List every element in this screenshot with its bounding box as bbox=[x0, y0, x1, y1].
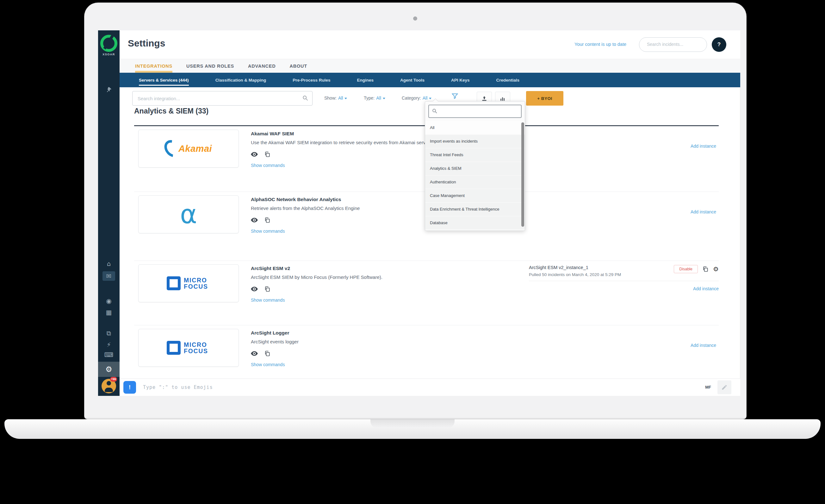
alphasoc-logo: α bbox=[138, 195, 239, 233]
integration-info: ArcSight ESM v2 ArcSight ESM SIEM by Mic… bbox=[251, 264, 382, 303]
integration-description: Retrieve alerts from the AlphaSOC Analyt… bbox=[251, 205, 360, 212]
caret-down-icon bbox=[383, 98, 385, 99]
integration-description: Use the Akamai WAF SIEM integration to r… bbox=[251, 139, 433, 146]
integration-row-arcsight-esm: MICROFOCUS ArcSight ESM v2 ArcSight ESM … bbox=[134, 264, 719, 303]
search-incidents-field[interactable] bbox=[639, 37, 707, 52]
instance-settings-icon[interactable]: ⚙ bbox=[713, 265, 719, 273]
instance-divider bbox=[529, 281, 719, 281]
add-instance-link[interactable]: Add instance bbox=[690, 144, 716, 149]
keyboard-icon[interactable]: ⌨ bbox=[98, 352, 120, 358]
subtab-engines[interactable]: Engines bbox=[357, 73, 374, 87]
akamai-logo: Akamai bbox=[138, 130, 239, 168]
upload-icon bbox=[481, 95, 487, 102]
integration-description: ArcSight ESM SIEM by Micro Focus (Former… bbox=[251, 274, 382, 281]
copy-icon[interactable] bbox=[264, 350, 271, 357]
dropdown-option-authentication[interactable]: Authentication bbox=[425, 175, 525, 189]
settings-tabs: INTEGRATIONS USERS AND ROLES ADVANCED AB… bbox=[120, 59, 740, 73]
type-filter[interactable]: Type:All bbox=[364, 95, 385, 100]
help-button[interactable]: ? bbox=[712, 37, 726, 52]
subtab-agent-tools[interactable]: Agent Tools bbox=[400, 73, 425, 87]
integration-name: AlphaSOC Network Behavior Analytics bbox=[251, 197, 360, 202]
dropdown-search-field[interactable] bbox=[428, 105, 522, 118]
dropdown-option-data-enrichment[interactable]: Data Enrichment & Threat Intelligence bbox=[425, 203, 525, 216]
pencil-icon bbox=[721, 384, 728, 391]
microfocus-word-2: FOCUS bbox=[184, 283, 208, 290]
dropdown-search-input[interactable] bbox=[440, 106, 522, 116]
add-instance-link[interactable]: Add instance bbox=[690, 343, 716, 348]
microfocus-logo: MICROFOCUS bbox=[138, 329, 239, 367]
subtab-credentials[interactable]: Credentials bbox=[496, 73, 520, 87]
copy-icon[interactable] bbox=[264, 217, 271, 223]
instance-name: ArcSight ESM v2_instance_1 bbox=[529, 265, 621, 270]
search-incidents-input[interactable] bbox=[646, 41, 701, 47]
home-icon[interactable]: ⌂ bbox=[98, 261, 120, 267]
microfocus-word-2: FOCUS bbox=[184, 347, 208, 354]
content-status-link[interactable]: Your content is up to date bbox=[575, 42, 626, 47]
dropdown-option-analytics-siem[interactable]: Analytics & SIEM bbox=[425, 162, 525, 175]
inbox-icon[interactable]: ✉ bbox=[98, 271, 120, 281]
show-commands-link[interactable]: Show commands bbox=[251, 229, 360, 234]
xsoar-app-window: XSOAR ⌂ ✉ ◉ ▦ ⧉ ⚡ ⌨ ⚙ +99 Settings bbox=[98, 30, 740, 396]
pin-icon[interactable] bbox=[98, 87, 120, 93]
show-filter[interactable]: Show:All bbox=[324, 95, 347, 100]
automation-icon[interactable]: ⚡ bbox=[98, 341, 120, 348]
webcam bbox=[413, 16, 417, 20]
instance-status: Pulled 50 incidents on March 4, 2020 at … bbox=[529, 272, 621, 277]
dropdown-option-threat-intel-feeds[interactable]: Threat Intel Feeds bbox=[425, 148, 525, 162]
xsoar-logo-icon bbox=[100, 35, 118, 52]
copy-icon[interactable] bbox=[264, 151, 271, 158]
disable-instance-button[interactable]: Disable bbox=[674, 265, 698, 273]
subtab-servers-services[interactable]: Servers & Services (444) bbox=[139, 73, 189, 87]
eye-icon[interactable] bbox=[251, 218, 258, 223]
chat-bar: ! MF bbox=[120, 379, 740, 396]
category-filter[interactable]: Category:All bbox=[402, 95, 432, 100]
filter-funnel-icon[interactable] bbox=[451, 93, 458, 100]
copy-icon[interactable] bbox=[264, 286, 271, 292]
caret-down-icon bbox=[345, 98, 347, 99]
chat-shortcut-label: MF bbox=[705, 385, 711, 390]
incidents-icon[interactable]: ◉ bbox=[98, 298, 120, 304]
chat-input[interactable] bbox=[142, 379, 618, 396]
sidebar: XSOAR ⌂ ✉ ◉ ▦ ⧉ ⚡ ⌨ ⚙ +99 bbox=[98, 30, 120, 396]
caret-down-icon bbox=[429, 98, 432, 99]
edit-button[interactable] bbox=[718, 381, 731, 394]
laptop-base bbox=[4, 419, 821, 439]
show-commands-link[interactable]: Show commands bbox=[251, 163, 433, 168]
integration-name: Akamai WAF SIEM bbox=[251, 131, 433, 137]
search-integration-input[interactable] bbox=[137, 93, 296, 103]
dropdown-option-all[interactable]: All bbox=[425, 121, 525, 135]
subtab-classification-mapping[interactable]: Classification & Mapping bbox=[215, 73, 267, 87]
chat-alert-button[interactable]: ! bbox=[123, 381, 136, 394]
xsoar-logo[interactable]: XSOAR bbox=[98, 33, 120, 56]
dropdown-scrollbar[interactable] bbox=[521, 122, 524, 227]
eye-icon[interactable] bbox=[251, 152, 258, 157]
app-header: Settings Your content is up to date ? bbox=[120, 30, 740, 59]
tab-about[interactable]: ABOUT bbox=[289, 59, 307, 73]
sidebar-item-settings[interactable]: ⚙ bbox=[98, 362, 120, 377]
add-instance-link[interactable]: Add instance bbox=[690, 209, 716, 215]
byoi-button[interactable]: + BYOI bbox=[526, 91, 564, 106]
dropdown-option-database[interactable]: Database bbox=[425, 216, 525, 230]
settings-icon: ⚙ bbox=[105, 365, 112, 374]
tab-users-and-roles[interactable]: USERS AND ROLES bbox=[186, 59, 234, 73]
eye-icon[interactable] bbox=[251, 351, 258, 356]
eye-icon[interactable] bbox=[251, 286, 258, 291]
dashboard-icon[interactable]: ▦ bbox=[98, 309, 120, 316]
chart-icon bbox=[500, 95, 506, 102]
show-commands-link[interactable]: Show commands bbox=[251, 362, 299, 367]
microfocus-square-icon bbox=[167, 276, 180, 290]
integration-name: ArcSight Logger bbox=[251, 330, 299, 336]
instance-panel: ArcSight ESM v2_instance_1 Pulled 50 inc… bbox=[529, 265, 719, 291]
playbooks-icon[interactable]: ⧉ bbox=[98, 330, 120, 336]
show-commands-link[interactable]: Show commands bbox=[251, 298, 382, 303]
tab-integrations[interactable]: INTEGRATIONS bbox=[135, 59, 172, 73]
notification-badge: +99 bbox=[110, 377, 117, 382]
subtab-preprocess-rules[interactable]: Pre-Process Rules bbox=[293, 73, 330, 87]
subtab-api-keys[interactable]: API Keys bbox=[451, 73, 470, 87]
search-integration-field[interactable] bbox=[132, 91, 312, 106]
dropdown-option-case-management[interactable]: Case Management bbox=[425, 189, 525, 203]
copy-icon[interactable] bbox=[702, 266, 708, 272]
tab-advanced[interactable]: ADVANCED bbox=[248, 59, 276, 73]
dropdown-option-import-events[interactable]: Import events as incidents bbox=[425, 135, 525, 148]
add-instance-link[interactable]: Add instance bbox=[529, 286, 719, 291]
